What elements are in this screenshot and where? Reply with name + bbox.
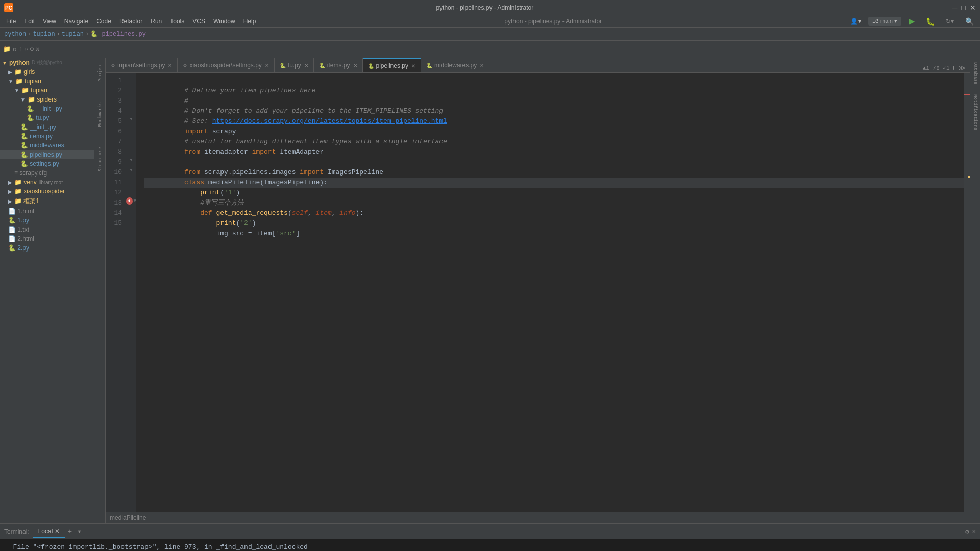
terminal-label: Terminal: <box>4 528 29 535</box>
code-line-13: def get_media_requests(self, item, info)… <box>144 198 964 208</box>
menu-bar: File Edit View Navigate Code Refactor Ru… <box>0 15 980 28</box>
sidebar-item-pipelines[interactable]: 🐍 pipelines.py <box>0 150 94 159</box>
notifications-tab[interactable]: Notifications <box>973 94 978 130</box>
sidebar-item-tupian2[interactable]: ▼ 📁 tupian <box>0 86 94 95</box>
sidebar-item-spiders[interactable]: ▼ 📁 spiders <box>0 95 94 104</box>
warning-marker <box>968 176 970 178</box>
more-run-btn[interactable]: ↻▾ <box>942 18 958 25</box>
left-panel: Project Bookmarks Structure <box>94 58 106 523</box>
code-line-3: # Don't forget to add your pipeline to t… <box>144 96 964 106</box>
terminal-local-tab[interactable]: Local ✕ <box>33 525 65 538</box>
sidebar-item-1py[interactable]: 🐍 1.py <box>0 216 94 225</box>
debug-btn[interactable]: 🐛 <box>922 17 939 26</box>
database-tab[interactable]: Database <box>973 62 978 84</box>
menu-code[interactable]: Code <box>92 18 115 25</box>
tab-close[interactable]: ✕ <box>411 63 415 69</box>
window-controls[interactable]: ─ □ ✕ <box>952 4 976 12</box>
tab-close[interactable]: ✕ <box>304 63 308 68</box>
menu-tools[interactable]: Tools <box>166 18 188 25</box>
terminal-settings-btn[interactable]: ⚙ <box>965 528 969 536</box>
toolbar-refresh[interactable]: ↻ <box>13 45 16 53</box>
maximize-btn[interactable]: □ <box>962 4 966 12</box>
sidebar-item-init2[interactable]: 🐍 __init_.py <box>0 122 94 132</box>
expand-btn[interactable]: ⬆ <box>952 64 956 72</box>
breadcrumb-python[interactable]: python <box>4 31 26 38</box>
terminal-close-panel[interactable]: ✕ <box>972 528 976 535</box>
bookmarks-panel-tab[interactable]: Bookmarks <box>97 102 103 127</box>
breakpoint-marker[interactable]: ● <box>126 197 133 205</box>
tab-close[interactable]: ✕ <box>168 63 172 68</box>
search-btn[interactable]: 🔍 <box>961 17 978 26</box>
project-panel-tab[interactable]: Project <box>97 62 103 82</box>
line-numbers: 1 2 3 4 5 6 7 8 9 10 11 12 13 14 15 <box>106 73 126 512</box>
breadcrumb-tupian2[interactable]: tupian <box>62 31 84 38</box>
tab-xiaoshuospider-settings[interactable]: ⚙ xiaoshuospider\settings.py ✕ <box>178 58 274 72</box>
terminal-add-tab[interactable]: + <box>65 528 75 536</box>
sidebar-item-venv[interactable]: ▶ 📁 venv library root <box>0 178 94 187</box>
sidebar-item-tupian[interactable]: ▼ 📁 tupian <box>0 77 94 86</box>
menu-vcs[interactable]: VCS <box>188 18 209 25</box>
breadcrumb-file[interactable]: 🐍 pipelines.py <box>90 30 146 38</box>
sidebar-root[interactable]: ▼ python D:\技能\pytho <box>0 58 94 67</box>
code-line-12: #重写三个方法 <box>144 188 964 198</box>
tab-items[interactable]: 🐍 items.py ✕ <box>314 58 363 72</box>
tab-more-btn[interactable]: ≫ <box>958 64 966 72</box>
tab-middlewares[interactable]: 🐍 middlewares.py ✕ <box>421 58 489 72</box>
root-path: D:\技能\pytho <box>32 59 62 66</box>
tab-bar-actions: ▲1 ⚡8 ✓1 ⬆ ≫ <box>923 64 970 72</box>
menu-file[interactable]: File <box>2 18 20 25</box>
run-btn[interactable]: ▶ <box>904 16 919 26</box>
menu-window[interactable]: Window <box>209 18 239 25</box>
breadcrumb: python › tupian › tupian › 🐍 pipelines.p… <box>0 28 980 41</box>
toolbar: 📁 ↻ ↑ ↔ ⚙ ✕ <box>0 41 980 58</box>
branch-btn[interactable]: ⎇ main ▾ <box>868 17 901 26</box>
sidebar-item-scrapycfg[interactable]: ≡ scrapy.cfg <box>0 168 94 178</box>
structure-panel-tab[interactable]: Structure <box>97 147 103 172</box>
terminal-dropdown[interactable]: ▾ <box>75 527 83 536</box>
menu-run[interactable]: Run <box>146 18 166 25</box>
app-icon: PC <box>4 3 13 12</box>
code-content[interactable]: # Define your item pipelines here # # Do… <box>136 73 964 512</box>
folder-label: 📁 girls <box>14 68 35 76</box>
link-text[interactable]: https://docs.scrapy.org/en/latest/topics… <box>212 117 447 125</box>
toolbar-btn1[interactable]: 📁 <box>3 45 11 53</box>
sidebar-item-middlewares[interactable]: 🐍 middlewares. <box>0 141 94 150</box>
menu-view[interactable]: View <box>39 18 60 25</box>
tab-close[interactable]: ✕ <box>353 63 357 68</box>
sidebar-item-settings[interactable]: 🐍 settings.py <box>0 159 94 168</box>
terminal-tabs: Terminal: Local ✕ + ▾ ⚙ ✕ <box>0 524 980 539</box>
sidebar-item-tu[interactable]: 🐍 tu.py <box>0 113 94 122</box>
menu-refactor[interactable]: Refactor <box>115 18 146 25</box>
profile-btn[interactable]: 👤▾ <box>846 18 865 25</box>
sidebar-item-items[interactable]: 🐍 items.py <box>0 132 94 141</box>
sidebar-item-init1[interactable]: 🐍 __init_.py <box>0 104 94 113</box>
toolbar-settings[interactable]: ⚙ <box>30 45 34 53</box>
menu-edit[interactable]: Edit <box>20 18 39 25</box>
sidebar-item-girls[interactable]: ▶ 📁 girls <box>0 67 94 77</box>
tab-tu[interactable]: 🐍 tu.py ✕ <box>275 58 314 72</box>
sidebar-item-2html[interactable]: 📄 2.html <box>0 234 94 243</box>
venv-label: library root <box>39 180 63 185</box>
toolbar-expand[interactable]: ↔ <box>24 46 28 53</box>
tab-tupian-settings[interactable]: ⚙ tupian\settings.py ✕ <box>106 58 178 72</box>
folder-icon: ▶ <box>8 189 12 194</box>
tab-close[interactable]: ✕ <box>265 63 269 68</box>
warnings-badge[interactable]: ▲1 ⚡8 ✓1 <box>923 65 950 71</box>
sidebar-item-1txt[interactable]: 📄 1.txt <box>0 225 94 234</box>
sidebar-item-1html[interactable]: 📄 1.html <box>0 207 94 216</box>
menu-help[interactable]: Help <box>239 18 260 25</box>
tab-pipelines[interactable]: 🐍 pipelines.py ✕ <box>363 58 421 72</box>
sidebar-item-xiaoshuospider[interactable]: ▶ 📁 xiaoshuospider <box>0 187 94 196</box>
toolbar-collapse[interactable]: ↑ <box>18 46 22 53</box>
sidebar-item-kuangjia[interactable]: ▶ 📁 框架1 <box>0 196 94 207</box>
folder-icon: ▶ <box>8 69 12 75</box>
minimize-btn[interactable]: ─ <box>952 4 958 12</box>
terminal-content[interactable]: File "<frozen importlib._bootstrap>", li… <box>0 539 980 551</box>
sidebar-item-2py[interactable]: 🐍 2.py <box>0 243 94 253</box>
toolbar-close[interactable]: ✕ <box>36 45 39 53</box>
code-line-6: # useful for handling different item typ… <box>144 127 964 137</box>
breadcrumb-tupian1[interactable]: tupian <box>33 31 55 38</box>
menu-navigate[interactable]: Navigate <box>60 18 92 25</box>
tab-close[interactable]: ✕ <box>480 63 484 68</box>
close-btn[interactable]: ✕ <box>970 4 976 12</box>
